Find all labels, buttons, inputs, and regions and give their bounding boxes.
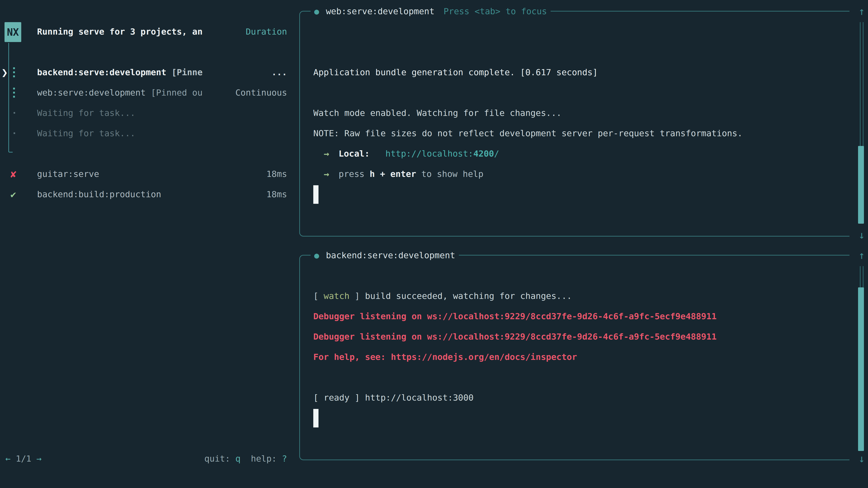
hint-text: press: [339, 169, 370, 179]
task-row[interactable]: web:serve:development [Pinned ou: [37, 83, 203, 103]
task-row[interactable]: guitar:serve: [37, 164, 99, 184]
task-failed-icon: ✘: [10, 164, 17, 184]
panel-title: backend:serve:development: [326, 250, 455, 260]
panel-focus-hint: Press <tab> to focus: [443, 6, 547, 16]
page-prev-arrow[interactable]: ←: [5, 454, 11, 464]
terminal-output-line: Application bundle generation complete. …: [313, 62, 598, 83]
task-duration: 18ms: [266, 184, 287, 204]
panel-title: web:serve:development: [326, 6, 434, 16]
scrollbar-thumb[interactable]: [858, 287, 864, 451]
task-list-title: Running serve for 3 projects, an: [37, 22, 203, 42]
selected-row-caret-icon: ❯: [1, 62, 8, 83]
spacer: [31, 454, 36, 464]
scroll-up-icon[interactable]: ↑: [857, 1, 867, 22]
ready-line: [ ready ] http://localhost:3000: [313, 387, 473, 408]
running-spinner-icon: [13, 88, 15, 98]
nx-logo: NX: [4, 22, 21, 42]
url-port: 4200: [473, 149, 494, 159]
waiting-dot-icon: [13, 112, 15, 113]
debugger-line: Debugger listening on ws://localhost:922…: [313, 306, 717, 326]
task-row[interactable]: Waiting for task...: [37, 123, 135, 143]
task-name-suffix: [Pinne: [166, 67, 203, 77]
duration-column-header: Duration: [246, 22, 287, 42]
page-indicator: [11, 454, 16, 464]
scrollbar-track[interactable]: [860, 266, 864, 287]
task-row[interactable]: Waiting for task...: [37, 103, 135, 123]
terminal-output-line: Watch mode enabled. Watching for file ch…: [313, 103, 561, 123]
panel-status-dot-icon: ●: [314, 251, 319, 260]
quit-key: q: [235, 454, 241, 464]
task-row[interactable]: backend:serve:development [Pinne: [37, 62, 203, 83]
scroll-down-icon[interactable]: ↓: [857, 449, 867, 469]
task-name: backend:serve:development: [37, 67, 166, 77]
watch-message: build succeeded, watching for changes...: [365, 291, 572, 301]
task-success-icon: ✔: [10, 184, 16, 204]
quit-label: quit:: [204, 454, 235, 464]
task-name: web:serve:development: [37, 88, 146, 98]
local-url-link[interactable]: http://localhost:4200/: [385, 143, 499, 164]
help-label: help:: [241, 454, 282, 464]
page-indicator: 1/1: [16, 454, 31, 464]
arrow-icon: →: [324, 143, 329, 164]
hotkey-hints: quit: q help: ?: [204, 449, 287, 469]
page-next-arrow[interactable]: →: [36, 454, 41, 464]
bracket: ]: [349, 291, 365, 301]
task-group-guide-line: [8, 43, 13, 153]
task-progress-dots: ...: [272, 62, 287, 83]
hint-text: to show help: [416, 169, 483, 179]
panel-header: ● web:serve:development Press <tab> to f…: [311, 1, 551, 22]
task-row[interactable]: backend:build:production: [37, 184, 161, 204]
hint-keys: h + enter: [370, 169, 416, 179]
help-hint-line: press h + enter to show help: [339, 164, 484, 184]
terminal-cursor: [313, 185, 318, 204]
scrollbar-track[interactable]: [860, 22, 864, 146]
url-prefix: http://localhost:: [385, 149, 473, 159]
terminal-cursor: [313, 409, 318, 427]
panel-status-dot-icon: ●: [314, 7, 319, 16]
pagination: ← 1/1 →: [5, 449, 41, 469]
task-duration: 18ms: [266, 164, 287, 184]
scrollbar-thumb[interactable]: [858, 146, 864, 224]
local-label: Local:: [339, 143, 370, 164]
watch-tag: watch: [324, 291, 349, 301]
arrow-icon: →: [324, 164, 329, 184]
running-spinner-icon: [13, 67, 15, 77]
waiting-dot-icon: [13, 132, 15, 134]
nx-terminal-ui: NX Running serve for 3 projects, an Dura…: [0, 0, 868, 488]
inspector-help-line: For help, see: https://nodejs.org/en/doc…: [313, 347, 577, 367]
panel-header: ● backend:serve:development: [311, 245, 459, 265]
debugger-line: Debugger listening on ws://localhost:922…: [313, 326, 717, 347]
task-duration: Continuous: [235, 83, 287, 103]
task-name-suffix: [Pinned ou: [146, 88, 203, 98]
bracket: [: [313, 291, 324, 301]
url-slash: /: [494, 149, 499, 159]
help-key: ?: [282, 454, 287, 464]
scroll-up-icon[interactable]: ↑: [857, 245, 867, 265]
terminal-output-line: NOTE: Raw file sizes do not reflect deve…: [313, 123, 743, 143]
terminal-output-line: [ watch ] build succeeded, watching for …: [313, 286, 572, 306]
scroll-down-icon[interactable]: ↓: [857, 225, 867, 245]
